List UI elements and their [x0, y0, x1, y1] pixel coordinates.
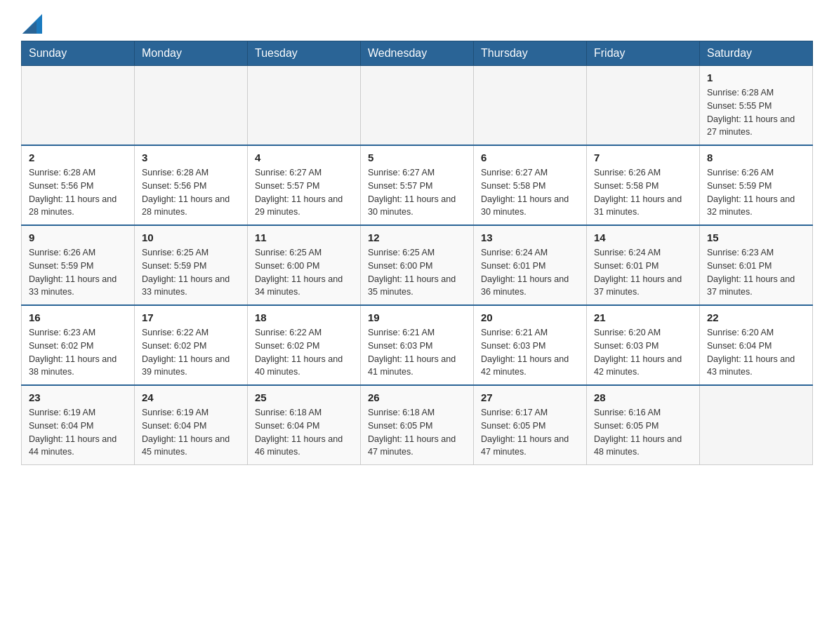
- svg-marker-1: [22, 21, 37, 34]
- day-number: 23: [29, 391, 127, 403]
- day-number: 4: [255, 152, 353, 163]
- calendar-cell: 24Sunrise: 6:19 AM Sunset: 6:04 PM Dayli…: [135, 385, 248, 465]
- day-number: 20: [481, 311, 579, 323]
- calendar-cell: 21Sunrise: 6:20 AM Sunset: 6:03 PM Dayli…: [587, 305, 700, 385]
- day-info: Sunrise: 6:19 AM Sunset: 6:04 PM Dayligh…: [142, 406, 240, 459]
- calendar-cell: [474, 66, 587, 146]
- day-number: 8: [707, 152, 805, 163]
- day-number: 16: [29, 311, 127, 323]
- day-info: Sunrise: 6:20 AM Sunset: 6:03 PM Dayligh…: [594, 326, 692, 379]
- calendar-week-row: 2Sunrise: 6:28 AM Sunset: 5:56 PM Daylig…: [22, 145, 813, 225]
- day-number: 26: [368, 391, 466, 403]
- calendar-cell: 18Sunrise: 6:22 AM Sunset: 6:02 PM Dayli…: [248, 305, 361, 385]
- day-info: Sunrise: 6:24 AM Sunset: 6:01 PM Dayligh…: [481, 246, 579, 299]
- day-info: Sunrise: 6:17 AM Sunset: 6:05 PM Dayligh…: [481, 406, 579, 459]
- calendar-cell: 14Sunrise: 6:24 AM Sunset: 6:01 PM Dayli…: [587, 225, 700, 305]
- calendar-cell: 5Sunrise: 6:27 AM Sunset: 5:57 PM Daylig…: [361, 145, 474, 225]
- calendar-table: SundayMondayTuesdayWednesdayThursdayFrid…: [21, 41, 813, 465]
- calendar-cell: 6Sunrise: 6:27 AM Sunset: 5:58 PM Daylig…: [474, 145, 587, 225]
- day-number: 13: [481, 232, 579, 243]
- day-info: Sunrise: 6:27 AM Sunset: 5:57 PM Dayligh…: [255, 166, 353, 219]
- calendar-cell: 25Sunrise: 6:18 AM Sunset: 6:04 PM Dayli…: [248, 385, 361, 465]
- day-info: Sunrise: 6:26 AM Sunset: 5:58 PM Dayligh…: [594, 166, 692, 219]
- day-number: 5: [368, 152, 466, 163]
- calendar-header-row: SundayMondayTuesdayWednesdayThursdayFrid…: [22, 41, 813, 66]
- calendar-cell: 19Sunrise: 6:21 AM Sunset: 6:03 PM Dayli…: [361, 305, 474, 385]
- day-info: Sunrise: 6:28 AM Sunset: 5:56 PM Dayligh…: [142, 166, 240, 219]
- calendar-cell: 4Sunrise: 6:27 AM Sunset: 5:57 PM Daylig…: [248, 145, 361, 225]
- calendar-cell: 2Sunrise: 6:28 AM Sunset: 5:56 PM Daylig…: [22, 145, 135, 225]
- day-number: 15: [707, 232, 805, 243]
- day-info: Sunrise: 6:24 AM Sunset: 6:01 PM Dayligh…: [594, 246, 692, 299]
- calendar-cell: 7Sunrise: 6:26 AM Sunset: 5:58 PM Daylig…: [587, 145, 700, 225]
- calendar-cell: [361, 66, 474, 146]
- day-info: Sunrise: 6:19 AM Sunset: 6:04 PM Dayligh…: [29, 406, 127, 459]
- day-info: Sunrise: 6:22 AM Sunset: 6:02 PM Dayligh…: [255, 326, 353, 379]
- calendar-cell: [700, 385, 813, 465]
- logo-icon: [22, 14, 42, 34]
- calendar-week-row: 1Sunrise: 6:28 AM Sunset: 5:55 PM Daylig…: [22, 66, 813, 146]
- weekday-header-thursday: Thursday: [474, 41, 587, 66]
- day-info: Sunrise: 6:21 AM Sunset: 6:03 PM Dayligh…: [481, 326, 579, 379]
- day-number: 19: [368, 311, 466, 323]
- day-info: Sunrise: 6:26 AM Sunset: 5:59 PM Dayligh…: [707, 166, 805, 219]
- calendar-cell: [587, 66, 700, 146]
- calendar-cell: 12Sunrise: 6:25 AM Sunset: 6:00 PM Dayli…: [361, 225, 474, 305]
- calendar-cell: 1Sunrise: 6:28 AM Sunset: 5:55 PM Daylig…: [700, 66, 813, 146]
- day-number: 25: [255, 391, 353, 403]
- calendar-week-row: 23Sunrise: 6:19 AM Sunset: 6:04 PM Dayli…: [22, 385, 813, 465]
- day-info: Sunrise: 6:22 AM Sunset: 6:02 PM Dayligh…: [142, 326, 240, 379]
- day-info: Sunrise: 6:20 AM Sunset: 6:04 PM Dayligh…: [707, 326, 805, 379]
- day-number: 17: [142, 311, 240, 323]
- day-number: 2: [29, 152, 127, 163]
- calendar-cell: 3Sunrise: 6:28 AM Sunset: 5:56 PM Daylig…: [135, 145, 248, 225]
- calendar-cell: 9Sunrise: 6:26 AM Sunset: 5:59 PM Daylig…: [22, 225, 135, 305]
- weekday-header-friday: Friday: [587, 41, 700, 66]
- day-number: 18: [255, 311, 353, 323]
- weekday-header-sunday: Sunday: [22, 41, 135, 66]
- calendar-cell: [248, 66, 361, 146]
- day-number: 24: [142, 391, 240, 403]
- calendar-cell: 11Sunrise: 6:25 AM Sunset: 6:00 PM Dayli…: [248, 225, 361, 305]
- day-info: Sunrise: 6:23 AM Sunset: 6:01 PM Dayligh…: [707, 246, 805, 299]
- day-info: Sunrise: 6:27 AM Sunset: 5:57 PM Dayligh…: [368, 166, 466, 219]
- day-info: Sunrise: 6:25 AM Sunset: 6:00 PM Dayligh…: [368, 246, 466, 299]
- day-number: 3: [142, 152, 240, 163]
- calendar-week-row: 16Sunrise: 6:23 AM Sunset: 6:02 PM Dayli…: [22, 305, 813, 385]
- calendar-cell: [22, 66, 135, 146]
- calendar-week-row: 9Sunrise: 6:26 AM Sunset: 5:59 PM Daylig…: [22, 225, 813, 305]
- day-info: Sunrise: 6:28 AM Sunset: 5:55 PM Dayligh…: [707, 86, 805, 139]
- calendar-cell: 22Sunrise: 6:20 AM Sunset: 6:04 PM Dayli…: [700, 305, 813, 385]
- day-number: 11: [255, 232, 353, 243]
- day-info: Sunrise: 6:28 AM Sunset: 5:56 PM Dayligh…: [29, 166, 127, 219]
- day-info: Sunrise: 6:21 AM Sunset: 6:03 PM Dayligh…: [368, 326, 466, 379]
- calendar-cell: 26Sunrise: 6:18 AM Sunset: 6:05 PM Dayli…: [361, 385, 474, 465]
- day-number: 27: [481, 391, 579, 403]
- day-number: 7: [594, 152, 692, 163]
- weekday-header-wednesday: Wednesday: [361, 41, 474, 66]
- day-info: Sunrise: 6:18 AM Sunset: 6:05 PM Dayligh…: [368, 406, 466, 459]
- day-number: 14: [594, 232, 692, 243]
- day-number: 6: [481, 152, 579, 163]
- day-number: 22: [707, 311, 805, 323]
- logo: [21, 14, 42, 34]
- day-number: 9: [29, 232, 127, 243]
- day-number: 21: [594, 311, 692, 323]
- day-info: Sunrise: 6:23 AM Sunset: 6:02 PM Dayligh…: [29, 326, 127, 379]
- page-header: [21, 14, 813, 34]
- weekday-header-monday: Monday: [135, 41, 248, 66]
- calendar-cell: 16Sunrise: 6:23 AM Sunset: 6:02 PM Dayli…: [22, 305, 135, 385]
- calendar-cell: 15Sunrise: 6:23 AM Sunset: 6:01 PM Dayli…: [700, 225, 813, 305]
- calendar-cell: 8Sunrise: 6:26 AM Sunset: 5:59 PM Daylig…: [700, 145, 813, 225]
- day-info: Sunrise: 6:25 AM Sunset: 5:59 PM Dayligh…: [142, 246, 240, 299]
- calendar-cell: 17Sunrise: 6:22 AM Sunset: 6:02 PM Dayli…: [135, 305, 248, 385]
- calendar-cell: 13Sunrise: 6:24 AM Sunset: 6:01 PM Dayli…: [474, 225, 587, 305]
- calendar-cell: 27Sunrise: 6:17 AM Sunset: 6:05 PM Dayli…: [474, 385, 587, 465]
- weekday-header-tuesday: Tuesday: [248, 41, 361, 66]
- calendar-cell: 28Sunrise: 6:16 AM Sunset: 6:05 PM Dayli…: [587, 385, 700, 465]
- day-info: Sunrise: 6:25 AM Sunset: 6:00 PM Dayligh…: [255, 246, 353, 299]
- day-number: 10: [142, 232, 240, 243]
- day-number: 12: [368, 232, 466, 243]
- day-number: 1: [707, 72, 805, 83]
- calendar-cell: 20Sunrise: 6:21 AM Sunset: 6:03 PM Dayli…: [474, 305, 587, 385]
